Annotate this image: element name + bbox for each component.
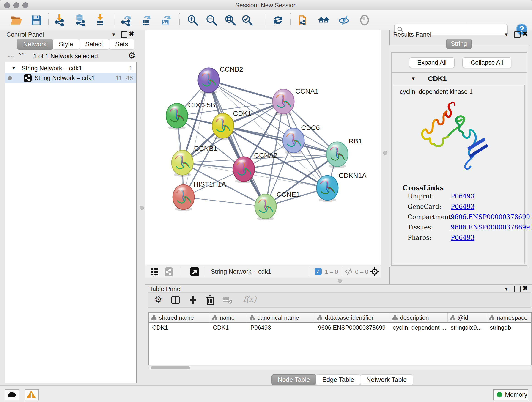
delete-column-trash-icon[interactable] bbox=[206, 295, 215, 305]
network-collection-row[interactable]: ▼ String Network – cdk1 1 bbox=[5, 64, 136, 73]
node-HIST1H1A[interactable]: HIST1H1A bbox=[173, 180, 226, 211]
crosslink-label: Tissues: bbox=[408, 224, 433, 231]
node-CDC25B[interactable]: CDC25B bbox=[166, 101, 215, 130]
save-session-icon[interactable] bbox=[30, 14, 43, 26]
string-network-icon[interactable] bbox=[298, 14, 310, 26]
hidden-eye-icon[interactable] bbox=[345, 268, 353, 275]
crosslink-label: Pharos: bbox=[408, 234, 431, 241]
column-header-database-identifier[interactable]: database identifier bbox=[315, 313, 390, 322]
control-panel-menu-icon[interactable]: ▼ bbox=[111, 32, 116, 37]
table-cell[interactable]: CDK1 bbox=[152, 324, 208, 331]
node-CCNE1[interactable]: CCNE1 bbox=[255, 191, 300, 220]
node-CCNB2[interactable]: CCNB2 bbox=[198, 65, 243, 94]
import-network-database-icon[interactable] bbox=[74, 14, 86, 26]
expand-all-button[interactable]: Expand All bbox=[409, 57, 455, 68]
results-panel-title: Results Panel bbox=[393, 31, 431, 38]
crosslink-link[interactable]: 9606.ENSP00000378699 bbox=[451, 224, 530, 231]
edge-HIST1H1A-CCNE1[interactable] bbox=[184, 197, 266, 206]
grid-view-icon[interactable] bbox=[151, 268, 158, 276]
zoom-fit-icon[interactable] bbox=[224, 14, 236, 26]
table-panel-menu-icon[interactable]: ▼ bbox=[504, 287, 509, 292]
show-columns-icon[interactable] bbox=[171, 295, 180, 305]
collapse-all-button[interactable]: Collapse All bbox=[462, 57, 511, 68]
column-header-shared-name[interactable]: shared name bbox=[149, 313, 210, 322]
selected-checkbox-icon[interactable]: ✓ bbox=[315, 268, 322, 275]
home-icon[interactable] bbox=[317, 14, 330, 26]
table-horizontal-scrollbar[interactable] bbox=[148, 366, 531, 370]
refresh-icon[interactable] bbox=[272, 14, 284, 26]
table-cell[interactable]: stringdb bbox=[490, 324, 532, 331]
export-table-icon[interactable] bbox=[140, 14, 152, 26]
table-cell[interactable]: 9606.ENSP00000378699 bbox=[318, 324, 389, 331]
tab-network[interactable]: Network bbox=[17, 39, 53, 50]
tab-node-table[interactable]: Node Table bbox=[272, 375, 316, 385]
birdseye-view-icon[interactable] bbox=[190, 267, 199, 276]
column-header-@id[interactable]: @id bbox=[447, 313, 487, 322]
node-CCNB1[interactable]: CCNB1 bbox=[172, 145, 217, 177]
crosslink-link[interactable]: P06493 bbox=[451, 203, 475, 210]
column-header-namespace[interactable]: namespace bbox=[487, 313, 532, 322]
node-CDC6[interactable]: CDC6 bbox=[283, 124, 320, 154]
edge-CCNB2-CCNA1[interactable] bbox=[209, 80, 283, 102]
import-table-icon[interactable] bbox=[94, 14, 106, 26]
memory-button[interactable]: Memory bbox=[493, 389, 528, 400]
tab-string[interactable]: String bbox=[446, 38, 472, 49]
results-panel-float-icon[interactable] bbox=[514, 31, 520, 38]
network-canvas[interactable]: CCNB2CCNA1CDC25BCDK1CDC6RB1CCNB1CCNA2CDK… bbox=[145, 30, 381, 265]
network-row[interactable]: String Network – cdk1 11 48 bbox=[5, 73, 136, 83]
results-panel-close-icon[interactable]: ✖ bbox=[522, 30, 528, 38]
crosslink-link[interactable]: 9606.ENSP00000378699 bbox=[451, 213, 530, 220]
tab-sets[interactable]: Sets bbox=[109, 39, 134, 50]
zoom-in-icon[interactable] bbox=[186, 14, 199, 26]
network-edge-count: 48 bbox=[126, 75, 133, 82]
table-cell[interactable]: CDK1 bbox=[213, 324, 246, 331]
table-settings-gear-icon[interactable]: ⚙ bbox=[154, 294, 162, 304]
table-panel-float-icon[interactable] bbox=[514, 286, 520, 293]
tab-select[interactable]: Select bbox=[79, 39, 109, 50]
table-panel-close-icon[interactable]: ✖ bbox=[522, 284, 528, 292]
collapse-triangle-icon[interactable]: ▼ bbox=[12, 65, 16, 71]
node-label: CCNA2 bbox=[254, 152, 278, 159]
toolbar-separator bbox=[290, 13, 291, 27]
tab-network-table[interactable]: Network Table bbox=[360, 375, 413, 385]
fit-selected-crosshair-icon[interactable] bbox=[370, 267, 380, 276]
column-header-label: canonical name bbox=[257, 314, 299, 321]
network-options-gear-icon[interactable]: ⚙ bbox=[128, 51, 136, 61]
control-panel-float-icon[interactable] bbox=[121, 31, 127, 38]
hide-selected-eye-icon[interactable] bbox=[338, 14, 350, 26]
network-share-icon[interactable] bbox=[165, 268, 173, 276]
crosslink-link[interactable]: P06493 bbox=[451, 234, 475, 241]
gene-section-header[interactable]: ▼ CDK1 bbox=[392, 73, 526, 85]
node-table[interactable]: shared namenamecanonical namedatabase id… bbox=[148, 312, 532, 365]
column-header-canonical-name[interactable]: canonical name bbox=[247, 313, 315, 322]
column-header-name[interactable]: name bbox=[210, 313, 247, 322]
node-label: CCNE1 bbox=[277, 191, 300, 198]
table-cell[interactable]: cyclin–dependent ... bbox=[393, 324, 446, 331]
table-cell[interactable]: P06493 bbox=[250, 324, 313, 331]
export-image-icon[interactable] bbox=[159, 14, 172, 26]
import-network-file-icon[interactable] bbox=[53, 14, 65, 26]
right-splitter[interactable] bbox=[381, 30, 389, 284]
scrollbar-thumb[interactable] bbox=[151, 366, 190, 369]
table-cell[interactable]: stringdb:9... bbox=[451, 324, 485, 331]
zoom-selected-icon[interactable] bbox=[241, 14, 253, 26]
open-session-icon[interactable] bbox=[10, 14, 22, 26]
warning-status-button[interactable] bbox=[25, 389, 39, 400]
node-CCNA1[interactable]: CCNA1 bbox=[273, 87, 319, 115]
add-column-plus-icon[interactable] bbox=[188, 295, 198, 305]
column-header-description[interactable]: description bbox=[390, 313, 448, 322]
collapse-triangle-icon[interactable]: ▼ bbox=[411, 76, 416, 81]
export-network-icon[interactable] bbox=[120, 14, 133, 26]
results-panel-menu-icon[interactable]: ▼ bbox=[504, 32, 509, 37]
left-splitter-handle[interactable] bbox=[140, 206, 144, 210]
node-CDKN1A[interactable]: CDKN1A bbox=[317, 172, 367, 202]
tab-edge-table[interactable]: Edge Table bbox=[316, 375, 360, 385]
zoom-out-icon[interactable] bbox=[205, 14, 218, 26]
control-panel-close-icon[interactable]: ✖ bbox=[129, 30, 134, 38]
crosslink-link[interactable]: P06493 bbox=[451, 193, 475, 200]
right-splitter-handle[interactable] bbox=[383, 151, 387, 155]
cloud-status-button[interactable] bbox=[5, 389, 19, 400]
tab-style[interactable]: Style bbox=[53, 39, 79, 50]
node-RB1[interactable]: RB1 bbox=[326, 137, 362, 168]
bottom-splitter-handle[interactable] bbox=[338, 279, 342, 283]
